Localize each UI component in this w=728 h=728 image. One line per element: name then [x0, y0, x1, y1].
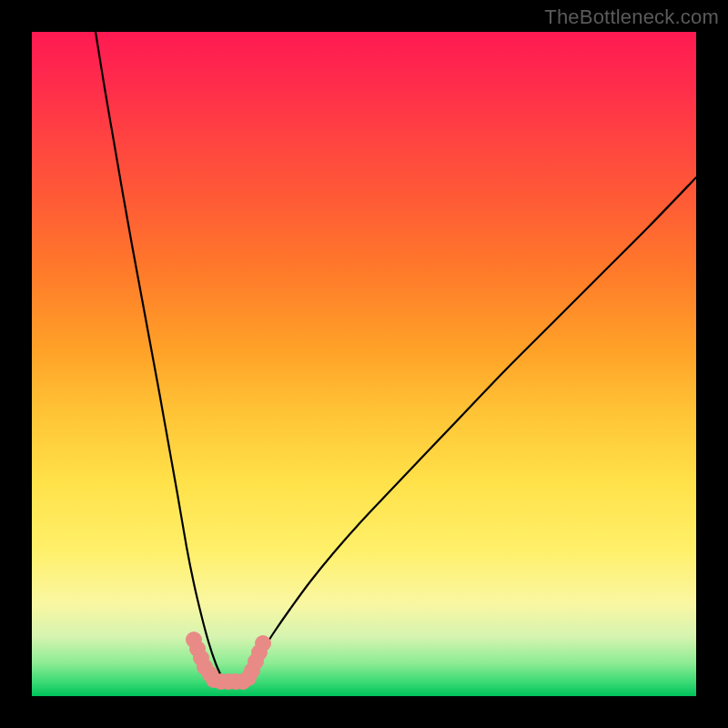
chart-frame: TheBottleneck.com — [0, 0, 728, 728]
right-curve — [241, 177, 696, 680]
left-curve — [96, 32, 223, 680]
curve-layer — [32, 32, 696, 696]
marker-dot — [255, 635, 271, 652]
watermark-text: TheBottleneck.com — [544, 5, 719, 29]
bottom-marker-cluster — [186, 632, 271, 690]
plot-area — [32, 32, 696, 696]
